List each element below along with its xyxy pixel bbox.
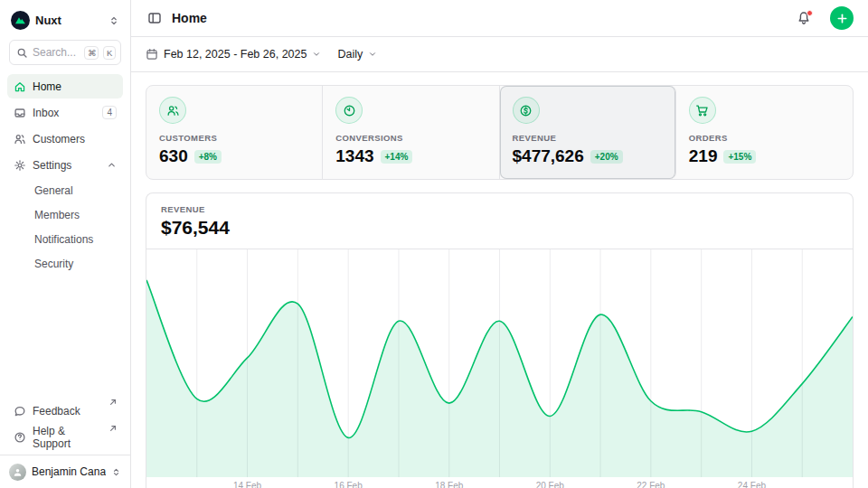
stat-value: 630 [159, 146, 188, 166]
kbd-k: K [103, 46, 116, 60]
dashboard-body: CUSTOMERS 630 +8% CONVERSIONS 1343 +14% [131, 72, 868, 488]
filters-toolbar: Feb 12, 2025 - Feb 26, 2025 Daily [131, 37, 868, 72]
calendar-icon [146, 48, 158, 61]
stat-delta-badge: +8% [194, 150, 222, 164]
date-range-label: Feb 12, 2025 - Feb 26, 2025 [164, 48, 307, 61]
sidebar-collapse-button[interactable] [146, 9, 164, 27]
sidebar-item-label: Help & Support [33, 425, 101, 450]
svg-text:18 Feb: 18 Feb [435, 481, 464, 488]
message-icon [14, 405, 26, 418]
period-select[interactable]: Daily [337, 48, 377, 61]
plus-icon [836, 13, 848, 24]
sidebar-subitem-notifications[interactable]: Notifications [7, 228, 123, 250]
sidebar-item-feedback[interactable]: Feedback [7, 399, 123, 423]
sidebar-item-label: Home [33, 80, 117, 93]
sidebar-item-home[interactable]: Home [7, 74, 123, 99]
sidebar-item-settings[interactable]: Settings [7, 153, 123, 177]
search-icon [16, 47, 28, 59]
workspace-switcher[interactable]: Nuxt [9, 9, 121, 32]
chevron-down-icon [312, 50, 321, 59]
panel-value: $76,544 [161, 217, 838, 239]
external-link-icon [109, 425, 117, 432]
gear-icon [14, 159, 26, 172]
search-box[interactable]: ⌘ K [9, 40, 121, 65]
stat-label: CUSTOMERS [159, 133, 309, 143]
sidebar-item-customers[interactable]: Customers [7, 127, 123, 151]
main-content: Home Feb 12, 2025 - Feb 26, 2025 Daily [131, 0, 868, 488]
cart-icon [689, 97, 716, 124]
workspace-name: Nuxt [35, 14, 103, 27]
chevrons-up-down-icon [111, 466, 121, 478]
sidebar-item-inbox[interactable]: Inbox 4 [7, 100, 123, 125]
stat-delta-badge: +15% [723, 150, 756, 164]
user-name: Benjamin Canac [32, 465, 106, 478]
main-header: Home [131, 0, 868, 37]
users-icon [14, 133, 26, 145]
external-link-icon [109, 399, 117, 406]
stat-value: 1343 [335, 146, 373, 166]
period-label: Daily [337, 48, 363, 61]
home-icon [14, 80, 26, 93]
inbox-count-badge: 4 [102, 106, 117, 119]
revenue-panel: REVENUE $76,544 14 Feb16 Feb18 Feb20 Feb… [146, 192, 854, 488]
svg-text:14 Feb: 14 Feb [233, 481, 262, 488]
page-title: Home [172, 11, 787, 25]
kbd-cmd: ⌘ [84, 46, 99, 60]
sidebar-subitem-general[interactable]: General [7, 179, 123, 202]
stat-card-revenue[interactable]: REVENUE $477,626 +20% [500, 86, 676, 179]
date-range-picker[interactable]: Feb 12, 2025 - Feb 26, 2025 [146, 48, 321, 61]
subitem-label: General [34, 184, 73, 197]
svg-text:22 Feb: 22 Feb [637, 481, 665, 488]
help-icon [14, 431, 26, 444]
sidebar-subitem-security[interactable]: Security [7, 252, 123, 275]
sidebar-item-label: Inbox [33, 107, 96, 119]
sidebar-subitem-members[interactable]: Members [7, 203, 123, 226]
chevron-up-icon [107, 160, 117, 170]
stat-label: REVENUE [513, 133, 663, 143]
svg-text:20 Feb: 20 Feb [536, 481, 565, 488]
notification-dot [807, 10, 813, 16]
stat-card-conversions[interactable]: CONVERSIONS 1343 +14% [323, 86, 499, 179]
sidebar-item-label: Feedback [33, 405, 101, 418]
stat-card-customers[interactable]: CUSTOMERS 630 +8% [146, 86, 323, 179]
stat-label: ORDERS [689, 133, 840, 143]
stats-grid: CUSTOMERS 630 +8% CONVERSIONS 1343 +14% [146, 85, 854, 180]
inbox-icon [14, 107, 26, 119]
svg-text:24 Feb: 24 Feb [738, 481, 767, 488]
dollar-circle-icon [513, 97, 540, 124]
subitem-label: Security [34, 258, 73, 270]
search-input[interactable] [33, 46, 80, 59]
subitem-label: Members [34, 209, 80, 221]
svg-text:16 Feb: 16 Feb [335, 481, 363, 488]
nuxt-logo-icon [11, 11, 30, 30]
stat-value: 219 [689, 146, 718, 166]
stat-label: CONVERSIONS [335, 133, 486, 143]
users-icon [159, 97, 186, 124]
sidebar-item-label: Settings [33, 159, 100, 172]
subitem-label: Notifications [34, 233, 93, 246]
stat-delta-badge: +20% [590, 150, 623, 164]
add-button[interactable] [830, 6, 854, 30]
panel-left-icon [147, 11, 162, 25]
chevron-down-icon [368, 50, 377, 59]
stat-card-orders[interactable]: ORDERS 219 +15% [676, 86, 853, 179]
panel-label: REVENUE [161, 204, 838, 214]
sidebar: Nuxt ⌘ K Home Inbox 4 [0, 0, 131, 488]
clock-icon [335, 97, 363, 124]
stat-value: $477,626 [513, 146, 584, 166]
sidebar-item-help-support[interactable]: Help & Support [7, 425, 123, 449]
notifications-button[interactable] [795, 9, 813, 27]
chevrons-up-down-icon [108, 14, 119, 27]
user-avatar [9, 464, 26, 481]
revenue-area-chart: 14 Feb16 Feb18 Feb20 Feb22 Feb24 Feb [146, 249, 853, 488]
user-menu[interactable]: Benjamin Canac [0, 455, 130, 488]
sidebar-item-label: Customers [33, 133, 117, 145]
stat-delta-badge: +14% [381, 150, 413, 164]
